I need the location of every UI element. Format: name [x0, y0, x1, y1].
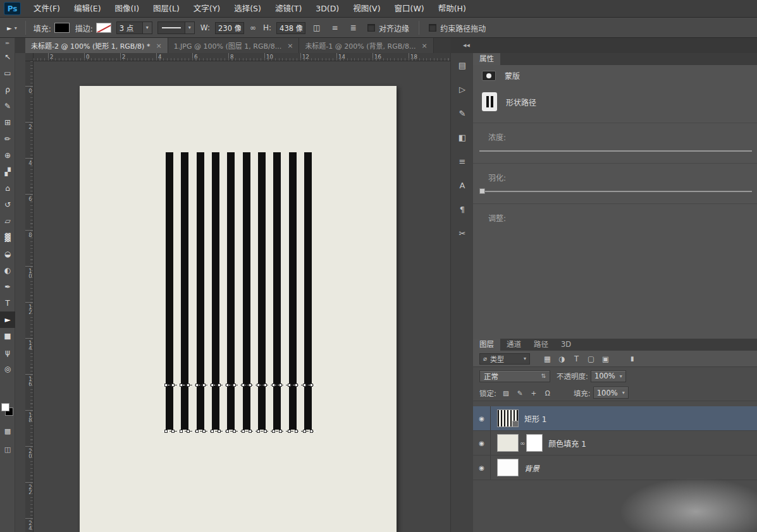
- blend-mode-select[interactable]: 正常 ⇅: [479, 370, 550, 382]
- path-anchor-handle[interactable]: [218, 430, 221, 433]
- layer-visibility-toggle[interactable]: ◉: [473, 406, 491, 430]
- layer-filter-kind-combo[interactable]: ⌀ 类型 ▾: [479, 353, 530, 365]
- quick-selection-tool[interactable]: ✎: [0, 98, 15, 114]
- path-anchor-handle[interactable]: [272, 430, 275, 433]
- menu-item-6[interactable]: 滤镜(T): [268, 0, 309, 18]
- path-anchor-handle[interactable]: [195, 384, 199, 387]
- lock-position-icon[interactable]: +: [529, 389, 538, 397]
- vertical-ruler[interactable]: 2024681012141618202224: [25, 61, 34, 532]
- actions-panel-icon[interactable]: ▷: [451, 77, 474, 101]
- lasso-tool[interactable]: ρ: [0, 82, 15, 98]
- path-anchor-handle[interactable]: [171, 430, 175, 433]
- screen-mode-button[interactable]: ◫: [0, 442, 15, 457]
- history-panel-icon[interactable]: ▤: [451, 53, 474, 77]
- path-anchor-handle[interactable]: [202, 384, 206, 387]
- foreground-color-swatch[interactable]: [1, 403, 9, 411]
- path-anchor-handle[interactable]: [288, 430, 291, 433]
- path-anchor-handle[interactable]: [303, 430, 306, 433]
- menu-item-3[interactable]: 图层(L): [146, 0, 187, 18]
- layer-thumbnail[interactable]: [497, 434, 519, 452]
- adjustment-layer-filter-icon[interactable]: ◑: [555, 354, 569, 363]
- blur-tool[interactable]: ◒: [0, 246, 15, 262]
- path-anchor-handle[interactable]: [295, 384, 298, 387]
- path-anchor-handle[interactable]: [187, 430, 190, 433]
- path-anchor-handle[interactable]: [211, 384, 214, 387]
- path-anchor-handle[interactable]: [164, 384, 168, 387]
- path-anchor-handle[interactable]: [295, 430, 298, 433]
- path-anchor-handle[interactable]: [195, 430, 199, 433]
- tab-layers[interactable]: 图层: [473, 339, 500, 351]
- path-anchor-handle[interactable]: [233, 384, 236, 387]
- layer-visibility-toggle[interactable]: ◉: [473, 431, 491, 455]
- feather-slider[interactable]: [479, 191, 752, 192]
- path-anchor-handle[interactable]: [233, 430, 236, 433]
- path-anchor-handle[interactable]: [272, 384, 275, 387]
- close-tab-icon[interactable]: ×: [421, 42, 427, 50]
- path-anchor-handle[interactable]: [310, 430, 313, 433]
- eraser-tool[interactable]: ▱: [0, 213, 15, 229]
- shape-layer-filter-icon[interactable]: ▢: [584, 354, 598, 363]
- path-anchor-handle[interactable]: [249, 430, 252, 433]
- layer-row-1[interactable]: ◉矩形 1: [473, 406, 757, 431]
- layer-thumbnail[interactable]: [497, 409, 519, 427]
- zoom-tool[interactable]: ◎: [0, 361, 15, 377]
- layer-filter-toggle[interactable]: ▮: [631, 355, 634, 362]
- path-selection-tool[interactable]: ►: [0, 311, 15, 328]
- close-tab-icon[interactable]: ×: [287, 42, 293, 50]
- path-anchor-handle[interactable]: [226, 384, 229, 387]
- paragraph-panel-icon[interactable]: ¶: [451, 197, 474, 221]
- ruler-origin-corner[interactable]: [25, 53, 34, 61]
- expand-panels-chevron[interactable]: ◀◀: [463, 43, 470, 48]
- photoshop-logo[interactable]: Ps: [4, 2, 21, 15]
- path-anchor-handle[interactable]: [202, 430, 206, 433]
- document-canvas[interactable]: [80, 86, 397, 532]
- tab-properties[interactable]: 属性: [473, 53, 500, 65]
- tab-paths[interactable]: 路径: [527, 339, 555, 351]
- horizontal-ruler[interactable]: 2024681012141618: [34, 53, 450, 61]
- shape-width-input[interactable]: [215, 22, 244, 34]
- stroke-type-combo[interactable]: ▾: [157, 21, 195, 34]
- path-anchor-handle[interactable]: [226, 430, 229, 433]
- path-arrange-button[interactable]: ≣: [345, 21, 361, 35]
- layer-thumbnail[interactable]: [497, 459, 519, 476]
- opacity-input[interactable]: 100% ▾: [591, 370, 626, 382]
- lock-transparent-pixels-icon[interactable]: ▨: [502, 389, 510, 397]
- history-brush-tool[interactable]: ↺: [0, 196, 15, 213]
- path-anchor-handle[interactable]: [288, 384, 291, 387]
- brush-panel-icon[interactable]: ✎: [451, 101, 474, 125]
- path-anchor-handle[interactable]: [303, 384, 306, 387]
- gradient-tool[interactable]: ▓: [0, 229, 15, 246]
- layer-mask-thumbnail[interactable]: [526, 434, 543, 452]
- chevron-down-icon[interactable]: ▾: [185, 22, 194, 33]
- path-anchor-handle[interactable]: [180, 384, 183, 387]
- path-anchor-handle[interactable]: [164, 430, 168, 433]
- stroke-color-swatch[interactable]: [96, 23, 111, 33]
- menu-item-4[interactable]: 文字(Y): [187, 0, 227, 18]
- spot-healing-brush-tool[interactable]: ⊕: [0, 147, 15, 164]
- density-slider[interactable]: [479, 150, 752, 152]
- menu-item-0[interactable]: 文件(F): [27, 0, 67, 18]
- layer-visibility-toggle[interactable]: ◉: [473, 456, 491, 480]
- clone-stamp-tool[interactable]: ⌂: [0, 180, 15, 196]
- document-tab-2[interactable]: 未标题-1 @ 200% (背景, RGB/8...×: [299, 38, 433, 53]
- pen-tool[interactable]: ✒: [0, 279, 15, 295]
- fill-color-swatch[interactable]: [54, 23, 70, 33]
- document-tab-1[interactable]: 1.JPG @ 100% (图层 1, RGB/8...×: [168, 38, 300, 53]
- type-tool[interactable]: T: [0, 295, 15, 311]
- brush-tool[interactable]: ▞: [0, 164, 15, 180]
- menu-item-2[interactable]: 图像(I): [108, 0, 146, 18]
- path-anchor-handle[interactable]: [180, 430, 183, 433]
- path-anchor-handle[interactable]: [211, 430, 214, 433]
- path-anchor-handle[interactable]: [310, 384, 313, 387]
- path-anchor-handle[interactable]: [218, 384, 221, 387]
- canvas-area[interactable]: 2024681012141618 2024681012141618202224: [15, 53, 450, 532]
- chevron-down-icon[interactable]: ▾: [142, 22, 152, 33]
- crop-tool[interactable]: ⊞: [0, 114, 15, 131]
- layer-comps-panel-icon[interactable]: ≡: [451, 149, 474, 173]
- collapse-tools-chevron[interactable]: ▸▸: [0, 38, 15, 49]
- path-anchor-handle[interactable]: [249, 384, 252, 387]
- layer-row-3[interactable]: ◉背景: [473, 456, 757, 480]
- path-anchor-handle[interactable]: [279, 430, 282, 433]
- eyedropper-tool[interactable]: ✏: [0, 131, 15, 147]
- constrain-path-drag-checkbox[interactable]: [429, 24, 436, 32]
